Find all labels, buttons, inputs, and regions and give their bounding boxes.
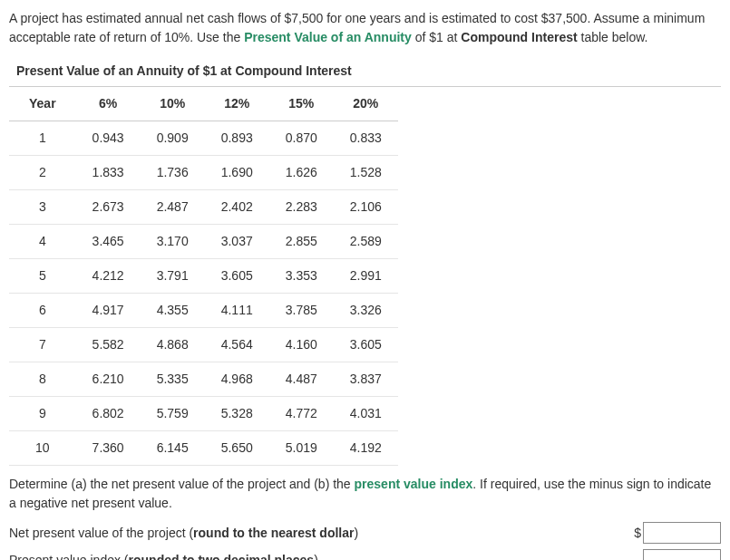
table-cell: 1.736 (141, 156, 205, 190)
table-cell: 4.212 (76, 259, 141, 294)
table-cell: 2.589 (334, 225, 398, 259)
table-cell: 0.870 (269, 121, 334, 156)
table-cell: 5.582 (76, 328, 141, 362)
table-row: 54.2123.7913.6053.3532.991 (9, 259, 398, 294)
question-text: Determine (a) the net present value of t… (9, 475, 721, 513)
table-cell: 0.833 (334, 121, 398, 156)
table-cell: 3.791 (141, 259, 205, 294)
table-cell: 0.943 (76, 121, 141, 156)
pvi-input[interactable] (643, 549, 721, 560)
table-cell: 2.673 (76, 190, 141, 225)
table-cell: 4.968 (205, 362, 269, 397)
table-cell: 6.802 (76, 397, 141, 431)
intro-text-3: table below. (578, 30, 648, 44)
pvi-input-group (643, 549, 721, 560)
annuity-table: Year6%10%12%15%20% 10.9430.9090.8930.870… (9, 87, 398, 466)
table-cell: 6.210 (76, 362, 141, 397)
table-cell: 1.833 (76, 156, 141, 190)
table-cell: 3.837 (334, 362, 398, 397)
table-cell: 7.360 (76, 431, 141, 466)
table-row: 21.8331.7361.6901.6261.528 (9, 156, 398, 190)
table-header-cell: Year (9, 87, 76, 121)
table-header-cell: 15% (269, 87, 334, 121)
intro-text-2: of $1 at (412, 30, 461, 44)
table-row: 32.6732.4872.4022.2832.106 (9, 190, 398, 225)
table-cell: 3.326 (334, 294, 398, 328)
table-cell: 4.917 (76, 294, 141, 328)
intro-highlight: Present Value of an Annuity (244, 30, 412, 44)
table-cell: 6 (9, 294, 76, 328)
table-cell: 3.170 (141, 225, 205, 259)
table-body: 10.9430.9090.8930.8700.83321.8331.7361.6… (9, 121, 398, 466)
table-cell: 1.626 (269, 156, 334, 190)
table-cell: 4.111 (205, 294, 269, 328)
table-cell: 3.605 (334, 328, 398, 362)
table-header-cell: 6% (76, 87, 141, 121)
table-cell: 4.868 (141, 328, 205, 362)
intro-bold: Compound Interest (461, 30, 577, 44)
table-cell: 3.465 (76, 225, 141, 259)
table-row: 107.3606.1455.6505.0194.192 (9, 431, 398, 466)
table-cell: 3.037 (205, 225, 269, 259)
pvi-row: Present value index (rounded to two deci… (9, 549, 721, 560)
pvi-label: Present value index (rounded to two deci… (9, 551, 318, 561)
table-cell: 10 (9, 431, 76, 466)
table-row: 75.5824.8684.5644.1603.605 (9, 328, 398, 362)
table-cell: 1 (9, 121, 76, 156)
table-cell: 2.106 (334, 190, 398, 225)
table-cell: 2.487 (141, 190, 205, 225)
table-cell: 9 (9, 397, 76, 431)
table-cell: 2.991 (334, 259, 398, 294)
table-cell: 2.283 (269, 190, 334, 225)
table-cell: 4.031 (334, 397, 398, 431)
problem-statement: A project has estimated annual net cash … (9, 9, 721, 47)
table-cell: 0.909 (141, 121, 205, 156)
table-cell: 4.160 (269, 328, 334, 362)
table-row: 64.9174.3554.1113.7853.326 (9, 294, 398, 328)
table-row: 10.9430.9090.8930.8700.833 (9, 121, 398, 156)
table-cell: 5.650 (205, 431, 269, 466)
table-cell: 2.402 (205, 190, 269, 225)
table-cell: 4 (9, 225, 76, 259)
table-cell: 2 (9, 156, 76, 190)
table-header-row: Year6%10%12%15%20% (9, 87, 398, 121)
table-cell: 5.019 (269, 431, 334, 466)
table-cell: 3 (9, 190, 76, 225)
table-cell: 1.528 (334, 156, 398, 190)
table-cell: 3.605 (205, 259, 269, 294)
table-cell: 6.145 (141, 431, 205, 466)
table-cell: 1.690 (205, 156, 269, 190)
npv-input-group: $ (634, 522, 721, 544)
question-part1: Determine (a) the net present value of t… (9, 477, 355, 491)
question-highlight: present value index (355, 477, 473, 491)
npv-input[interactable] (643, 522, 721, 544)
table-cell: 3.353 (269, 259, 334, 294)
table-cell: 4.487 (269, 362, 334, 397)
table-cell: 5 (9, 259, 76, 294)
table-cell: 4.564 (205, 328, 269, 362)
table-row: 96.8025.7595.3284.7724.031 (9, 397, 398, 431)
table-cell: 8 (9, 362, 76, 397)
table-header-cell: 12% (205, 87, 269, 121)
table-cell: 0.893 (205, 121, 269, 156)
table-cell: 5.759 (141, 397, 205, 431)
table-cell: 7 (9, 328, 76, 362)
table-title: Present Value of an Annuity of $1 at Com… (9, 56, 721, 87)
table-row: 43.4653.1703.0372.8552.589 (9, 225, 398, 259)
table-header-cell: 20% (334, 87, 398, 121)
table-cell: 2.855 (269, 225, 334, 259)
annuity-table-container: Present Value of an Annuity of $1 at Com… (9, 56, 721, 466)
table-cell: 5.328 (205, 397, 269, 431)
table-cell: 5.335 (141, 362, 205, 397)
table-cell: 4.772 (269, 397, 334, 431)
npv-row: Net present value of the project (round … (9, 522, 721, 544)
table-header-cell: 10% (141, 87, 205, 121)
table-row: 86.2105.3354.9684.4873.837 (9, 362, 398, 397)
table-cell: 4.355 (141, 294, 205, 328)
table-cell: 4.192 (334, 431, 398, 466)
dollar-sign: $ (634, 524, 641, 543)
table-cell: 3.785 (269, 294, 334, 328)
npv-label: Net present value of the project (round … (9, 524, 358, 543)
